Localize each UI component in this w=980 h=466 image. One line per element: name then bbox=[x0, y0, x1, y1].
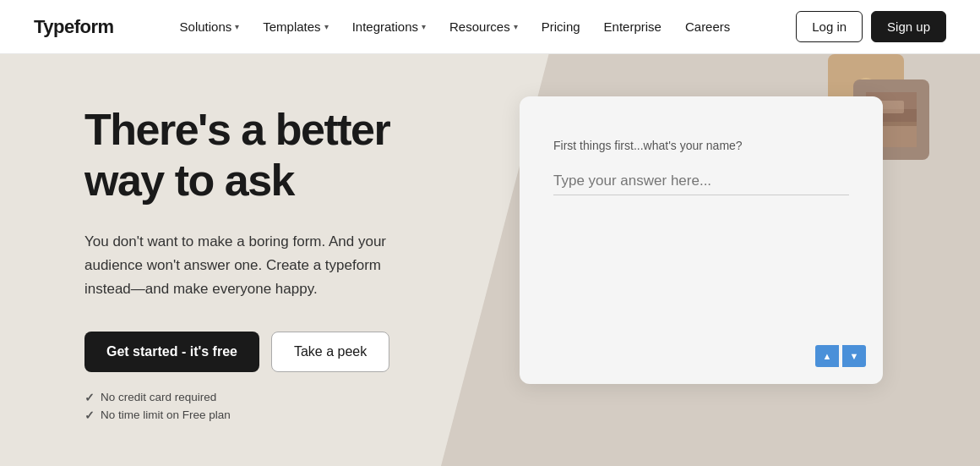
chevron-down-icon: ▾ bbox=[514, 22, 518, 31]
hero-checklist: No credit card required No time limit on… bbox=[84, 391, 448, 422]
hero-buttons: Get started - it's free Take a peek bbox=[84, 332, 448, 372]
nav-pricing[interactable]: Pricing bbox=[531, 13, 591, 41]
form-prev-button[interactable]: ▲ bbox=[815, 345, 839, 367]
navbar: Typeform Solutions ▾ Templates ▾ Integra… bbox=[0, 0, 980, 54]
get-started-button[interactable]: Get started - it's free bbox=[84, 332, 259, 372]
form-answer-input[interactable] bbox=[553, 167, 849, 195]
form-question: First things first...what's your name? bbox=[553, 139, 849, 152]
chevron-down-icon: ▼ bbox=[850, 351, 859, 361]
nav-careers[interactable]: Careers bbox=[675, 13, 740, 41]
checklist-item-1: No credit card required bbox=[84, 391, 448, 404]
take-a-peek-button[interactable]: Take a peek bbox=[271, 332, 389, 372]
hero-section: There's a better way to ask You don't wa… bbox=[0, 54, 980, 466]
form-card: First things first...what's your name? ▲… bbox=[520, 96, 883, 384]
chevron-down-icon: ▾ bbox=[235, 22, 239, 31]
nav-solutions[interactable]: Solutions ▾ bbox=[170, 13, 250, 41]
nav-resources[interactable]: Resources ▾ bbox=[439, 13, 528, 41]
hero-left-content: There's a better way to ask You don't wa… bbox=[84, 105, 448, 426]
nav-integrations[interactable]: Integrations ▾ bbox=[342, 13, 436, 41]
hero-subtext: You don't want to make a boring form. An… bbox=[84, 230, 397, 301]
chevron-up-icon: ▲ bbox=[823, 351, 832, 361]
hero-headline: There's a better way to ask bbox=[84, 105, 448, 206]
form-next-button[interactable]: ▼ bbox=[842, 345, 866, 367]
nav-templates[interactable]: Templates ▾ bbox=[253, 13, 338, 41]
nav-actions: Log in Sign up bbox=[796, 11, 946, 42]
chevron-down-icon: ▾ bbox=[324, 22, 329, 31]
form-navigation: ▲ ▼ bbox=[815, 345, 866, 367]
signup-button[interactable]: Sign up bbox=[871, 11, 946, 42]
chevron-down-icon: ▾ bbox=[422, 22, 426, 31]
nav-enterprise[interactable]: Enterprise bbox=[594, 13, 672, 41]
logo[interactable]: Typeform bbox=[34, 16, 114, 38]
nav-links: Solutions ▾ Templates ▾ Integrations ▾ R… bbox=[170, 13, 741, 41]
checklist-item-2: No time limit on Free plan bbox=[84, 408, 448, 422]
login-button[interactable]: Log in bbox=[796, 11, 863, 42]
